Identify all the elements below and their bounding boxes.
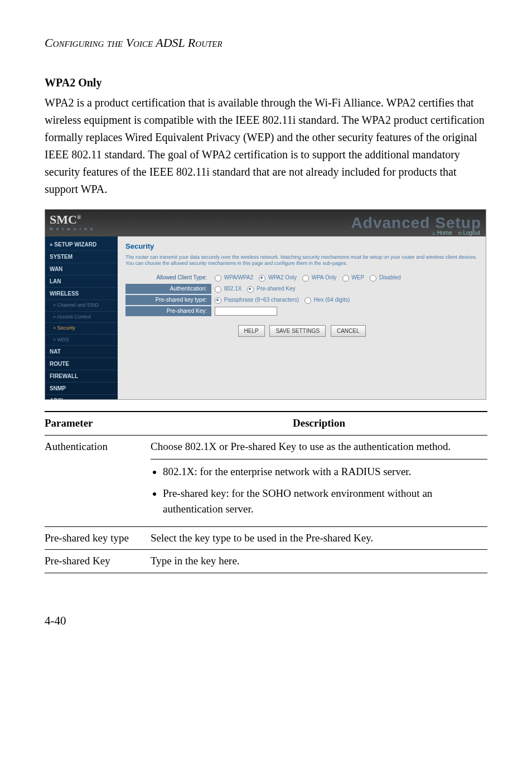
logo-text: SMC® — [50, 212, 81, 226]
logo-subtext: N e t w o r k s — [50, 226, 94, 233]
psk-type-options: Passphrase (8~63 characters) Hex (64 dig… — [211, 296, 350, 304]
nav-nat[interactable]: NAT — [45, 346, 118, 358]
nav-firewall[interactable]: FIREWALL — [45, 370, 118, 383]
section-heading: WPA2 Only — [45, 74, 487, 91]
panel-title: Security — [125, 241, 478, 252]
home-icon: ⌂ — [432, 230, 437, 236]
help-button[interactable]: HELP — [238, 325, 265, 337]
home-link[interactable]: Home — [437, 230, 452, 236]
auth-options: 802.1X Pre-shared Key — [211, 284, 296, 293]
psk-label: Pre-shared Key: — [125, 306, 211, 316]
auth-label: Authentication: — [125, 284, 211, 294]
radio-psk[interactable] — [247, 286, 254, 293]
nav-access-control[interactable]: » Access Control — [45, 312, 118, 323]
top-links: ⌂ Home ⎋ Logout — [432, 229, 480, 237]
col-header-description: Description — [151, 412, 487, 435]
param-authentication: Authentication — [45, 435, 151, 526]
nav-security[interactable]: » Security — [45, 323, 118, 335]
radio-disabled[interactable] — [370, 275, 376, 282]
desc-authentication: Choose 802.1X or Pre-shared Key to use a… — [151, 435, 487, 526]
save-settings-button[interactable]: SAVE SETTINGS — [269, 325, 326, 337]
page-number: 4-40 — [45, 612, 487, 630]
nav-wan[interactable]: WAN — [45, 263, 118, 275]
screenshot-header: SMC® N e t w o r k s Advanced Setup — [45, 210, 486, 236]
psk-type-label: Pre-shared key type: — [125, 295, 211, 305]
panel-description: The router can transmit your data secure… — [125, 254, 478, 267]
nav-setup-wizard[interactable]: » SETUP WIZARD — [45, 239, 118, 251]
sidebar-nav: » SETUP WIZARD SYSTEM WAN LAN WIRELESS »… — [45, 236, 118, 399]
nav-lan[interactable]: LAN — [45, 275, 118, 288]
radio-wpa-wpa2[interactable] — [215, 275, 221, 282]
radio-8021x[interactable] — [215, 286, 221, 293]
logout-link[interactable]: Logout — [463, 230, 480, 236]
radio-wpa2-only[interactable] — [259, 275, 265, 282]
nav-wds[interactable]: » WDS — [45, 335, 118, 346]
psk-input[interactable] — [215, 307, 277, 316]
radio-hex[interactable] — [304, 297, 311, 304]
nav-wireless[interactable]: WIRELESS — [45, 288, 118, 300]
col-header-parameter: Parameter — [45, 412, 151, 435]
body-paragraph: WPA2 is a product certification that is … — [45, 94, 487, 198]
nav-channel-ssid[interactable]: » Channel and SSID — [45, 300, 118, 312]
desc-psk-type: Select the key type to be used in the Pr… — [151, 526, 487, 550]
main-panel: Security The router can transmit your da… — [118, 236, 486, 399]
button-row: HELP SAVE SETTINGS CANCEL — [125, 325, 478, 337]
logo-block: SMC® N e t w o r k s — [50, 214, 94, 233]
radio-passphrase[interactable] — [215, 297, 221, 304]
cancel-button[interactable]: CANCEL — [331, 325, 366, 337]
param-psk: Pre-shared Key — [45, 550, 151, 573]
nav-adsl[interactable]: ADSL — [45, 395, 118, 400]
param-psk-type: Pre-shared key type — [45, 526, 151, 550]
client-type-label: Allowed Client Type: — [125, 273, 211, 283]
parameter-table: Parameter Description Authentication Cho… — [45, 411, 487, 573]
chapter-title: Configuring the Voice ADSL Router — [45, 33, 487, 52]
radio-wpa-only[interactable] — [302, 275, 309, 282]
nav-snmp[interactable]: SNMP — [45, 383, 118, 395]
radio-wep[interactable] — [342, 275, 349, 282]
client-type-options: WPA/WPA2 WPA2 Only WPA Only WEP Disabled — [211, 273, 401, 282]
desc-psk: Type in the key here. — [151, 550, 487, 573]
nav-system[interactable]: SYSTEM — [45, 251, 118, 263]
nav-route[interactable]: ROUTE — [45, 358, 118, 370]
router-screenshot: SMC® N e t w o r k s Advanced Setup ⌂ Ho… — [45, 209, 486, 400]
